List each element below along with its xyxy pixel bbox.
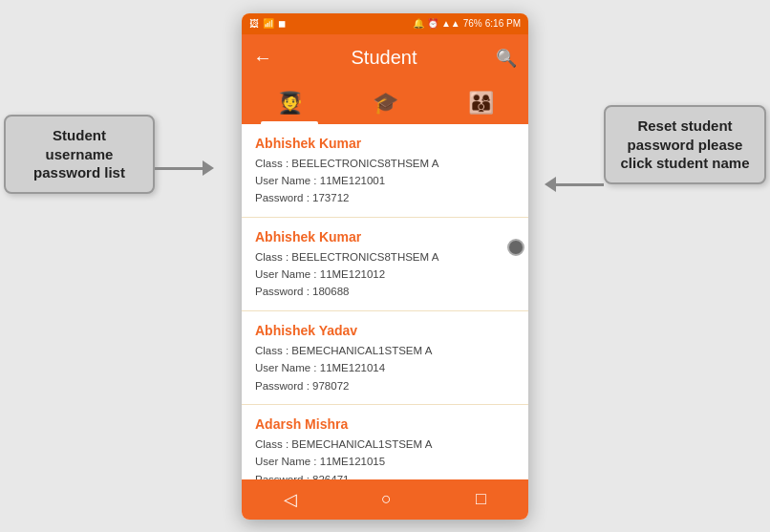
student-name-0: Abhishek Kumar — [255, 136, 515, 151]
status-left-icons: 🖼 📶 ◼ — [249, 18, 286, 29]
student-detail-1: Class : BEELECTRONICS8THSEM A User Name … — [255, 248, 515, 301]
student-detail-0: Class : BEELECTRONICS8THSEM A User Name … — [255, 155, 515, 207]
annotation-right: Reset student password please click stud… — [604, 105, 766, 184]
student-list[interactable]: Abhishek Kumar Class : BEELECTRONICS8THS… — [242, 124, 528, 479]
right-arrow — [545, 177, 604, 192]
annotation-left-text: Student username password list — [33, 127, 125, 181]
status-right-info: 🔔 ⏰ ▲▲ 76% 6:16 PM — [413, 18, 521, 29]
scroll-thumb[interactable] — [507, 239, 524, 256]
annotation-left: Student username password list — [4, 115, 155, 194]
left-arrow — [155, 160, 214, 176]
screen-icon: ◼ — [278, 18, 286, 29]
student-detail-2: Class : BEMECHANICAL1STSEM A User Name :… — [255, 342, 515, 394]
student-name-2: Abhishek Yadav — [255, 323, 515, 338]
arrow-line-left — [155, 167, 203, 170]
annotation-right-text: Reset student password please click stud… — [620, 117, 749, 171]
student-item-0[interactable]: Abhishek Kumar Class : BEELECTRONICS8THS… — [242, 124, 528, 218]
status-bar: 🖼 📶 ◼ 🔔 ⏰ ▲▲ 76% 6:16 PM — [242, 13, 528, 34]
back-button[interactable]: ← — [253, 47, 272, 69]
arrow-line-right — [556, 183, 604, 186]
app-bar: ← Student 🔍 — [242, 34, 528, 82]
battery-level: 76% — [463, 18, 482, 29]
volume-icon: 🔔 — [413, 18, 424, 29]
tab-student-icon: 🧑‍🎓 — [277, 91, 303, 116]
student-detail-3: Class : BEMECHANICAL1STSEM A User Name :… — [255, 436, 515, 479]
student-name-3: Adarsh Mishra — [255, 416, 515, 432]
notification-icon: 🖼 — [249, 18, 259, 29]
arrow-head-right — [545, 177, 556, 192]
alarm-icon: ⏰ — [427, 18, 438, 29]
tab-graduate[interactable]: 🎓 — [337, 82, 433, 124]
student-item-1[interactable]: Abhishek Kumar Class : BEELECTRONICS8THS… — [242, 218, 528, 311]
bottom-nav: ◁ ○ □ — [242, 479, 528, 520]
nav-back-button[interactable]: ◁ — [265, 489, 316, 510]
student-name-1: Abhishek Kumar — [255, 229, 515, 245]
search-button[interactable]: 🔍 — [496, 48, 517, 69]
tab-graduate-icon: 🎓 — [373, 91, 398, 116]
app-bar-title: Student — [272, 47, 496, 69]
signal-icon: ▲▲ — [441, 18, 460, 29]
tab-student[interactable]: 🧑‍🎓 — [242, 82, 337, 124]
tab-family[interactable]: 👨‍👩‍👦 — [433, 82, 528, 124]
tab-family-icon: 👨‍👩‍👦 — [468, 91, 494, 116]
phone-frame: 🖼 📶 ◼ 🔔 ⏰ ▲▲ 76% 6:16 PM ← Student 🔍 🧑‍🎓 — [242, 13, 528, 520]
wifi-icon: 📶 — [263, 18, 274, 29]
clock: 6:16 PM — [485, 18, 521, 29]
nav-recent-button[interactable]: □ — [457, 489, 505, 509]
scene: Student username password list Reset stu… — [0, 0, 770, 532]
student-item-3[interactable]: Adarsh Mishra Class : BEMECHANICAL1STSEM… — [242, 405, 528, 479]
arrow-head-left — [203, 160, 214, 176]
tab-bar: 🧑‍🎓 🎓 👨‍👩‍👦 — [242, 82, 528, 124]
student-item-2[interactable]: Abhishek Yadav Class : BEMECHANICAL1STSE… — [242, 311, 528, 405]
nav-home-button[interactable]: ○ — [362, 489, 411, 509]
